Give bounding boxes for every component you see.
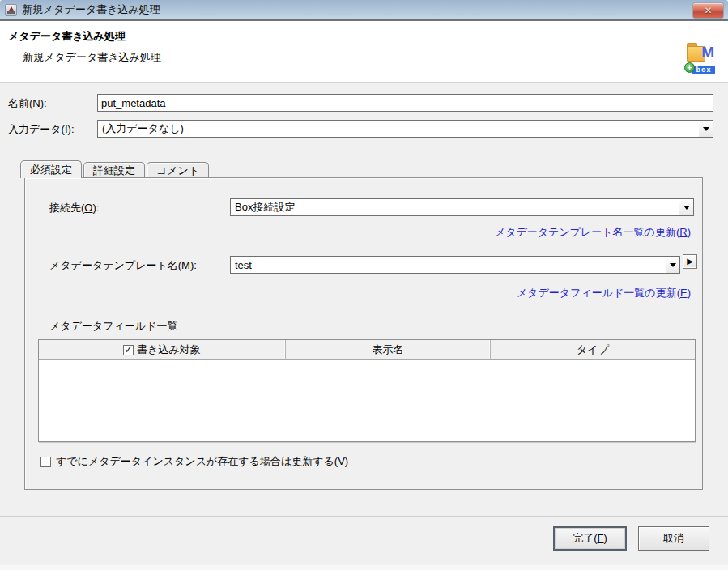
metadata-m-glyph: M — [701, 44, 714, 62]
page-subtitle: 新規メタデータ書き込み処理 — [23, 50, 161, 65]
table-body-empty — [39, 360, 695, 441]
input-data-label: 入力データ(I): — [8, 121, 75, 138]
check-icon: ✓ — [124, 343, 133, 355]
footer-divider-highlight — [0, 517, 728, 517]
input-data-select[interactable]: (入力データなし) — [97, 120, 713, 138]
finish-button[interactable]: 完了(F) — [553, 526, 627, 551]
field-list-label: メタデータフィールド一覧 — [49, 319, 177, 334]
connection-label: 接続先(O): — [49, 201, 99, 215]
window-title: 新規メタデータ書き込み処理 — [22, 2, 160, 17]
template-name-value: test — [231, 259, 666, 271]
app-icon — [5, 4, 17, 16]
template-more-button[interactable]: ▶ — [683, 254, 697, 269]
table-header-row: ✓ 書き込み対象 表示名 タイプ — [39, 340, 695, 360]
column-header-display-name: 表示名 — [286, 340, 491, 359]
dialog-window: 新規メタデータ書き込み処理 ✕ メタデータ書き込み処理 新規メタデータ書き込み処… — [0, 0, 728, 570]
box-metadata-icon: M box + — [684, 40, 715, 74]
refresh-field-list-link[interactable]: メタデータフィールド一覧の更新(E) — [517, 286, 691, 300]
close-icon[interactable]: ✕ — [692, 2, 724, 19]
app-icon-base — [7, 11, 15, 14]
refresh-template-list-link[interactable]: メタデータテンプレート名一覧の更新(R) — [495, 225, 691, 240]
plus-icon: + — [684, 62, 695, 73]
tab-comment[interactable]: コメント — [147, 162, 209, 177]
column-header-type: タイプ — [491, 340, 695, 359]
update-instance-row: すでにメタデータインスタンスが存在する場合は更新する(V) — [40, 454, 348, 469]
connection-value: Box接続設定 — [231, 200, 679, 215]
connection-select[interactable]: Box接続設定 — [230, 198, 694, 216]
header-divider — [0, 82, 728, 83]
box-badge: box — [692, 66, 715, 74]
input-data-value: (入力データなし) — [98, 121, 699, 136]
window-bottom-edge — [0, 565, 728, 570]
name-label: 名前(N): — [8, 95, 47, 112]
chevron-down-icon[interactable] — [699, 121, 713, 137]
select-all-checkbox[interactable]: ✓ — [123, 345, 134, 355]
play-right-icon: ▶ — [687, 257, 693, 266]
column-header-write-target: ✓ 書き込み対象 — [39, 340, 286, 359]
update-instance-label: すでにメタデータインスタンスが存在する場合は更新する(V) — [56, 454, 348, 469]
page-title: メタデータ書き込み処理 — [8, 29, 126, 44]
update-instance-checkbox[interactable] — [40, 457, 51, 467]
template-name-label: メタデータテンプレート名(M): — [49, 258, 197, 273]
chevron-down-icon[interactable] — [666, 257, 679, 273]
chevron-down-icon[interactable] — [679, 199, 693, 215]
title-bar[interactable]: 新規メタデータ書き込み処理 ✕ — [0, 0, 728, 19]
required-settings-panel: 接続先(O): Box接続設定 メタデータテンプレート名一覧の更新(R) メタデ… — [24, 177, 703, 490]
template-name-combobox[interactable]: test — [230, 256, 680, 274]
cancel-button[interactable]: 取消 — [638, 526, 709, 551]
dialog-header: メタデータ書き込み処理 新規メタデータ書き込み処理 M box + — [0, 21, 728, 82]
name-input[interactable] — [97, 94, 713, 112]
tab-advanced-settings[interactable]: 詳細設定 — [83, 162, 145, 177]
tab-required-settings[interactable]: 必須設定 — [20, 160, 82, 178]
metadata-field-table: ✓ 書き込み対象 表示名 タイプ — [38, 339, 696, 442]
settings-tabs: 必須設定 詳細設定 コメント — [20, 160, 211, 177]
